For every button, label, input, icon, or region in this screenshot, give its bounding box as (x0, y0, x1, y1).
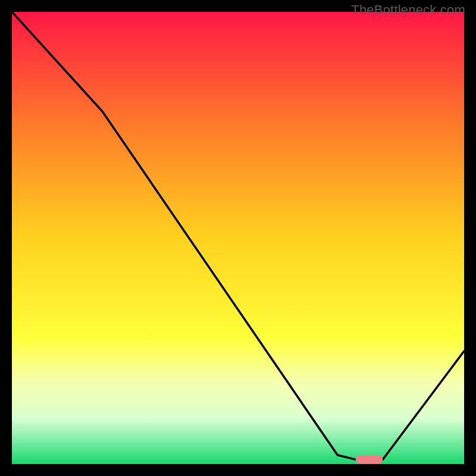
bottleneck-chart (0, 0, 476, 476)
watermark-text: TheBottleneck.com (351, 2, 465, 18)
optimal-marker (356, 455, 383, 464)
chart-frame: TheBottleneck.com (0, 0, 476, 476)
plot-gradient-bg (12, 12, 464, 464)
